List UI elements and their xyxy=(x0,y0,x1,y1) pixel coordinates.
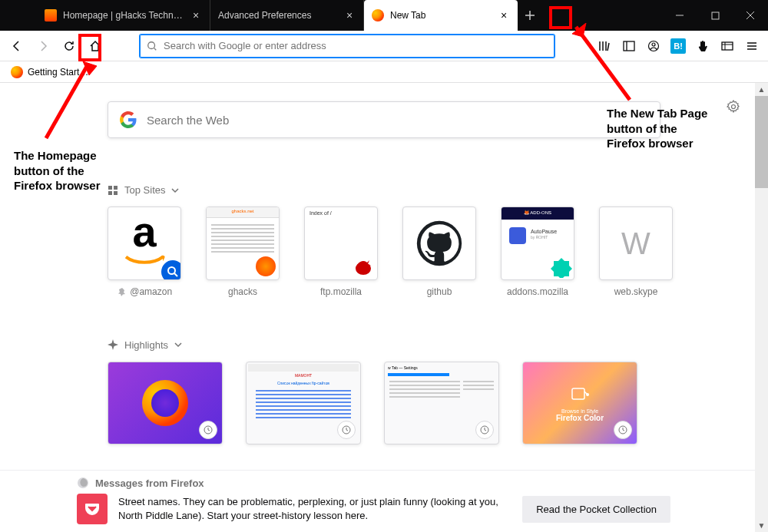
pocket-section: Messages from Firefox Street names. They… xyxy=(0,470,755,532)
scroll-up-icon[interactable]: ▲ xyxy=(755,83,768,96)
tile-label: addons.mozilla xyxy=(501,286,574,297)
topsites-header[interactable]: Top Sites xyxy=(108,184,722,196)
highlight-tile[interactable]: МАМОНТСписок найденных ftp-сайтов xyxy=(246,362,361,444)
titlebar-spacer xyxy=(0,0,37,31)
gear-icon xyxy=(727,100,740,114)
pocket-read-button[interactable]: Read the Pocket Collection xyxy=(522,496,670,523)
bookmarks-toolbar: Getting Start… xyxy=(0,61,768,83)
topsite-ghacks[interactable]: ghacks.net ghacks xyxy=(206,207,280,298)
letter-icon: W xyxy=(621,226,650,261)
svg-rect-6 xyxy=(108,186,112,190)
bookmark-label: Getting Start… xyxy=(28,67,88,78)
hatena-button[interactable]: B! xyxy=(667,35,690,58)
tab-label: New Tab xyxy=(390,10,493,21)
titlebar: Homepage | gHacks Technolog × Advanced P… xyxy=(0,0,768,31)
window-controls xyxy=(662,0,768,31)
pocket-message: Street names. They can be problematic, p… xyxy=(118,495,511,523)
maximize-button[interactable] xyxy=(697,0,733,31)
minimize-button[interactable] xyxy=(662,0,697,31)
account-button[interactable] xyxy=(642,35,665,58)
topsite-amazon[interactable]: a @amazon xyxy=(108,207,181,298)
new-tab-button[interactable] xyxy=(518,0,542,31)
sidebar-button[interactable] xyxy=(617,35,641,58)
tab-new-tab[interactable]: New Tab × xyxy=(364,0,518,31)
svg-rect-5 xyxy=(722,42,733,50)
highlight-tile[interactable] xyxy=(108,362,223,444)
svg-point-18 xyxy=(586,393,589,396)
search-badge-icon xyxy=(159,258,181,280)
github-icon xyxy=(412,216,466,270)
tile-label: github xyxy=(402,286,476,297)
google-icon xyxy=(119,111,137,129)
annotation-home-text: The Homepage button of the Firefox brows… xyxy=(14,148,106,193)
scroll-down-icon[interactable]: ▼ xyxy=(755,519,768,532)
firefox-icon xyxy=(11,66,23,78)
scroll-thumb[interactable] xyxy=(755,96,768,188)
svg-rect-8 xyxy=(108,191,112,195)
highlight-tile[interactable]: Browse in StyleFirefox Color xyxy=(522,362,637,444)
tab-label: Homepage | gHacks Technolog xyxy=(63,10,185,21)
highlight-tile[interactable]: w Tab — Settings xyxy=(384,362,499,444)
history-icon xyxy=(337,421,356,439)
highlights-grid: МАМОНТСписок найденных ftp-сайтов w Tab … xyxy=(108,362,722,444)
newtab-search[interactable] xyxy=(108,101,660,138)
highlights-header[interactable]: Highlights xyxy=(108,339,722,351)
newtab-search-input[interactable] xyxy=(147,114,649,127)
pocket-header: Messages from Firefox xyxy=(77,477,670,489)
topsites-grid: a @amazon ghacks.net ghacks Index of / f… xyxy=(108,207,722,298)
svg-rect-9 xyxy=(114,191,118,195)
nav-toolbar: B! xyxy=(0,31,768,61)
chevron-down-icon xyxy=(174,341,182,349)
pocket-head-label: Messages from Firefox xyxy=(95,477,204,489)
home-button[interactable] xyxy=(83,34,108,58)
svg-rect-2 xyxy=(624,41,634,51)
close-icon[interactable]: × xyxy=(343,9,356,21)
reload-button[interactable] xyxy=(57,34,81,58)
svg-point-1 xyxy=(148,41,155,48)
ghacks-favicon-icon xyxy=(45,9,57,21)
menu-button[interactable] xyxy=(740,35,763,58)
topsite-skype[interactable]: W web.skype xyxy=(599,207,673,298)
library-button[interactable] xyxy=(593,35,616,58)
annotation-newtab-text: The New Tab Page button of the Firefox b… xyxy=(607,106,714,151)
highlights-label: Highlights xyxy=(124,339,168,351)
scrollbar[interactable]: ▲ ▼ xyxy=(755,83,768,532)
svg-rect-0 xyxy=(712,12,719,19)
close-button[interactable] xyxy=(733,0,768,31)
url-bar[interactable] xyxy=(140,35,554,58)
pin-icon xyxy=(117,287,127,298)
tab-ghacks[interactable]: Homepage | gHacks Technolog × xyxy=(37,0,210,31)
tile-label: ftp.mozilla xyxy=(304,286,378,297)
topsite-github[interactable]: github xyxy=(402,207,476,298)
firefox-favicon-icon xyxy=(372,9,384,21)
tile-label: web.skype xyxy=(599,286,673,297)
search-icon xyxy=(147,41,157,51)
screenshot-button[interactable] xyxy=(716,35,739,58)
svg-rect-7 xyxy=(114,186,118,190)
tab-strip: Homepage | gHacks Technolog × Advanced P… xyxy=(37,0,518,31)
hand-button[interactable] xyxy=(691,35,714,58)
url-input[interactable] xyxy=(164,40,548,51)
tab-label: Advanced Preferences xyxy=(218,10,339,21)
bookmark-getting-started[interactable]: Getting Start… xyxy=(6,64,93,80)
sparkle-icon xyxy=(108,339,118,350)
svg-rect-17 xyxy=(572,388,584,399)
history-icon xyxy=(475,421,494,439)
tab-advanced-prefs[interactable]: Advanced Preferences × xyxy=(210,0,364,31)
svg-point-4 xyxy=(652,43,655,46)
svg-point-11 xyxy=(168,267,175,274)
tile-label: @amazon xyxy=(130,286,172,297)
topsite-ftp-mozilla[interactable]: Index of / ftp.mozilla xyxy=(304,207,378,298)
back-button[interactable] xyxy=(5,34,29,58)
forward-button[interactable] xyxy=(31,34,55,58)
firefox-grey-icon xyxy=(77,477,89,489)
toolbar-right: B! xyxy=(593,35,763,58)
pocket-icon xyxy=(77,494,108,524)
close-icon[interactable]: × xyxy=(498,9,510,21)
close-icon[interactable]: × xyxy=(190,9,202,21)
customize-button[interactable] xyxy=(727,100,740,117)
chevron-down-icon xyxy=(171,187,179,194)
topsite-addons[interactable]: 🦊 ADD-ONSAutoPauseby ROHIT addons.mozill… xyxy=(501,207,574,298)
grid-icon xyxy=(108,185,118,196)
history-icon xyxy=(614,421,632,439)
